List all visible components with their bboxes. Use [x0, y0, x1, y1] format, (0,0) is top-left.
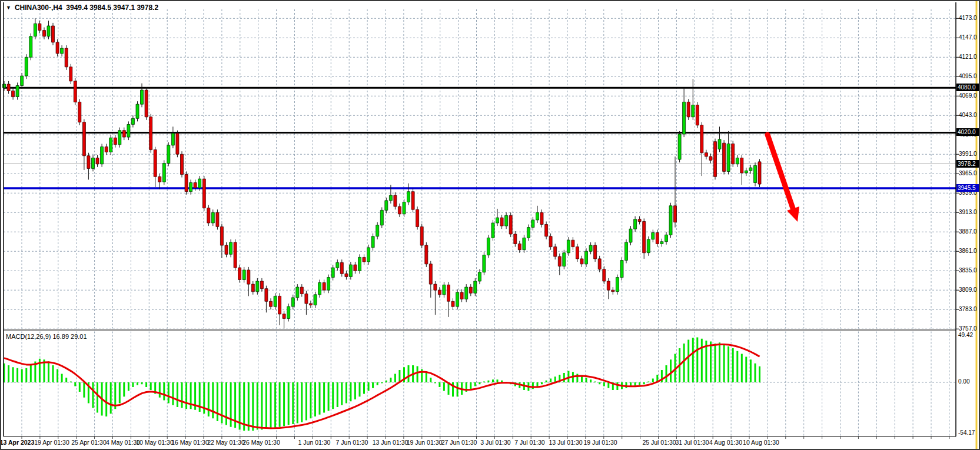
price-tick-label: 4069.0	[959, 92, 980, 99]
price-tick-label: 3835.0	[959, 267, 980, 274]
chart-window: ▼CHINA300-,H4 3949.4 3984.5 3947.1 3978.…	[0, 0, 980, 450]
macd-name: MACD(12,26,9)	[6, 333, 51, 340]
macd-signal-line	[4, 345, 760, 428]
symbol-period-label: CHINA300-,H4	[15, 4, 62, 12]
price-tag-resistance-lower: 4020.0	[956, 128, 980, 136]
price-tick-label: 3861.0	[959, 248, 980, 254]
price-tag-current: 3978.2	[956, 160, 980, 168]
title-ohlc-values: 3949.4 3984.5 3947.1 3978.2	[66, 4, 158, 12]
bearish-candles	[7, 24, 761, 318]
price-tick-label: 3913.0	[959, 209, 980, 215]
price-tick-label: 3991.0	[959, 151, 980, 157]
price-tick-label: 3783.0	[959, 306, 980, 312]
annotation-arrow-down[interactable]	[768, 135, 799, 222]
price-tick-label: 4173.0	[959, 15, 980, 21]
chart-title: ▼CHINA300-,H4 3949.4 3984.5 3947.1 3978.…	[6, 4, 158, 12]
price-tag-resistance-upper: 4080.0	[956, 84, 980, 91]
price-tick-label: 4043.0	[959, 112, 980, 118]
macd-axis-zero: 0.00	[958, 378, 980, 385]
price-tick-label: 4095.0	[959, 73, 980, 79]
macd-main-value: 16.89	[52, 333, 69, 340]
macd-axis-max: 49.42	[958, 332, 980, 338]
price-tick-label: 3757.0	[959, 325, 980, 332]
chevron-down-icon: ▼	[6, 5, 11, 11]
macd-histogram	[4, 337, 761, 431]
macd-signal-value: 29.01	[71, 333, 87, 340]
price-tick-label: 3965.0	[959, 170, 980, 176]
price-tick-label: 4121.0	[959, 54, 980, 60]
chart-canvas[interactable]	[1, 1, 980, 450]
price-tick-label: 3809.0	[959, 286, 980, 293]
bullish-candles	[3, 24, 757, 318]
price-tick-label: 3887.0	[959, 228, 980, 235]
price-tag-support-blue: 3945.5	[956, 184, 980, 192]
time-label: 19 Jul 01:30	[572, 439, 629, 446]
time-label: 10 Aug 01:30	[733, 439, 789, 446]
price-tick-label: 4147.0	[959, 34, 980, 41]
time-label: 26 May 01:30	[233, 439, 290, 446]
macd-axis-min: -54.17	[958, 429, 980, 436]
macd-indicator-label: MACD(12,26,9) 16.89 29.01	[6, 333, 87, 340]
